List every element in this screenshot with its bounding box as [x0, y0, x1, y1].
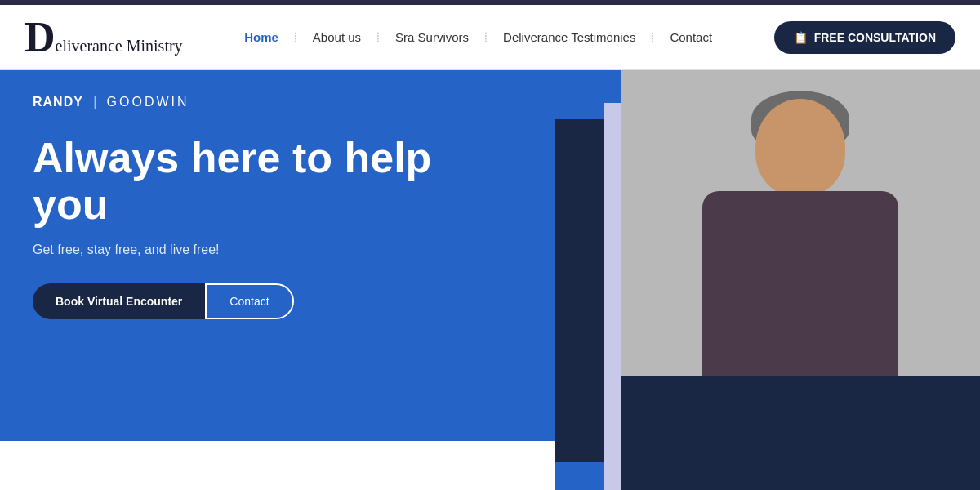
bottom-white-bar: [0, 441, 555, 490]
nav-item-home[interactable]: Home: [229, 30, 293, 44]
hero-section: RANDY | GOODWIN Always here to help you …: [0, 70, 980, 490]
logo-text: eliverance Ministry: [56, 37, 183, 56]
main-nav: Home ⁞ About us ⁞ Sra Survivors ⁞ Delive…: [183, 29, 774, 47]
hero-first-name: RANDY: [33, 95, 83, 109]
consultation-button[interactable]: 📋 FREE CONSULTATION: [774, 21, 956, 54]
nav-item-testimonies[interactable]: Deliverance Testimonies: [488, 30, 650, 44]
contact-button[interactable]: Contact: [205, 283, 293, 319]
logo: D eliverance Ministry: [24, 16, 183, 59]
hero-content: Always here to help you Get free, stay f…: [0, 110, 474, 319]
hero-title-line2: you: [33, 180, 108, 228]
book-virtual-encounter-button[interactable]: Book Virtual Encounter: [33, 283, 205, 319]
hero-subtitle: Get free, stay free, and live free!: [33, 243, 441, 257]
hero-name-separator: |: [93, 93, 97, 110]
accent-strip: [604, 103, 621, 490]
person-body: [702, 191, 898, 389]
nav-item-about[interactable]: About us: [298, 30, 376, 44]
nav-item-sra[interactable]: Sra Survivors: [381, 30, 483, 44]
consultation-label: FREE CONSULTATION: [814, 31, 936, 44]
hero-image-area: [555, 70, 980, 490]
hero-last-name: GOODWIN: [107, 95, 189, 109]
hero-buttons: Book Virtual Encounter Contact: [33, 283, 441, 319]
header: D eliverance Ministry Home ⁞ About us ⁞ …: [0, 5, 980, 70]
person-face: [755, 99, 845, 197]
hero-title-line1: Always here to help: [33, 134, 431, 181]
clipboard-icon: 📋: [794, 31, 808, 44]
hero-title: Always here to help you: [33, 135, 441, 228]
logo-letter: D: [24, 16, 56, 59]
dark-bottom-panel: [621, 376, 980, 490]
person-figure: [621, 70, 980, 389]
nav-item-contact[interactable]: Contact: [655, 30, 727, 44]
